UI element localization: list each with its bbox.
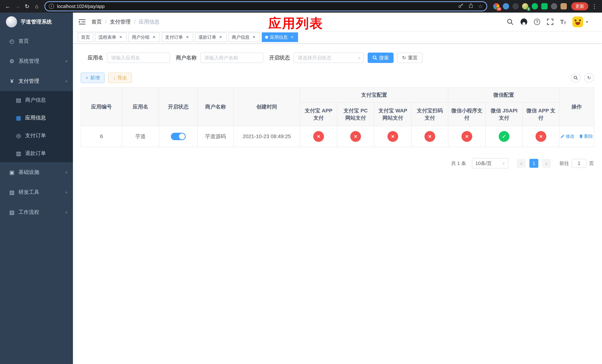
col-header-actions: 操作	[559, 87, 594, 126]
extension-chat-icon[interactable]	[541, 3, 548, 10]
sidebar-item-devtools[interactable]: ▧ 研发工具 ∨	[0, 182, 73, 202]
prev-page-button[interactable]: ‹	[517, 159, 526, 168]
screen: ← → ↻ ⌂ i localhost:1024/pay/app ☆ 10	[0, 0, 602, 364]
delete-link[interactable]: 删除	[579, 133, 593, 139]
back-icon[interactable]: ←	[3, 1, 13, 11]
bookmark-star-icon[interactable]: ☆	[478, 3, 483, 10]
github-icon[interactable]	[520, 18, 527, 26]
add-button[interactable]: + 新增	[81, 73, 105, 83]
address-bar[interactable]: i localhost:1024/pay/app ☆	[44, 1, 487, 11]
breadcrumb-home[interactable]: 首页	[91, 18, 102, 25]
browser-menu-icon[interactable]: ⋮	[590, 3, 599, 10]
tab-pay-order[interactable]: 支付订单×	[162, 32, 193, 42]
sidebar-item-pay-order[interactable]: ◎ 支付订单	[0, 127, 73, 144]
chevron-down-icon: ∨	[65, 190, 68, 194]
chevron-down-icon: ∨	[65, 210, 68, 214]
tab-label: 退款订单	[198, 34, 216, 40]
collapse-sidebar-icon[interactable]	[78, 18, 86, 26]
chevron-down-icon: ∨	[65, 170, 68, 174]
tab-home[interactable]: 首页	[78, 32, 93, 42]
tab-user-group[interactable]: 用户分组×	[129, 32, 160, 42]
caret-down-icon[interactable]: ▾	[586, 20, 588, 24]
goto-label: 前往	[559, 160, 569, 167]
page-size-select[interactable]: 10条/页 ∨	[472, 158, 508, 169]
sidebar-item-payment[interactable]: ¥ 支付管理 ∧	[0, 71, 73, 91]
refresh-table-button[interactable]: ↻	[584, 73, 594, 83]
status-select-placeholder: 请选择开启状态	[298, 55, 331, 61]
extension-pin-icon[interactable]	[551, 3, 557, 10]
sidebar-item-workflow[interactable]: ▨ 工作流程 ∨	[0, 202, 73, 222]
close-icon[interactable]: ×	[118, 35, 123, 40]
breadcrumb-payment[interactable]: 支付管理	[110, 18, 131, 25]
sidebar-item-refund-order[interactable]: ▥ 退款订单	[0, 144, 73, 162]
tab-process-form[interactable]: 流程表单×	[95, 32, 127, 42]
app-name-input[interactable]	[107, 53, 170, 63]
extension-monkey-icon[interactable]	[560, 3, 567, 10]
page-1-button[interactable]: 1	[529, 159, 538, 168]
col-header-alipay-wap: 支付宝 WAP 网站支付	[374, 102, 411, 126]
sidebar-item-system[interactable]: ⚙ 系统管理 ∨	[0, 51, 73, 71]
site-info-icon[interactable]: i	[49, 4, 54, 9]
fullscreen-icon[interactable]	[547, 18, 554, 26]
chrome-update-button[interactable]: 更新	[571, 2, 588, 10]
tab-merchant-info[interactable]: 商户信息×	[228, 32, 260, 42]
reload-icon[interactable]: ↻	[22, 1, 32, 11]
search-button[interactable]: 搜索	[368, 53, 394, 63]
browser-toolbar: ← → ↻ ⌂ i localhost:1024/pay/app ☆ 10	[0, 0, 602, 13]
col-header-name: 应用名	[122, 87, 159, 126]
sidebar-item-label: 退款订单	[25, 150, 46, 157]
extension-wechat-dev-icon[interactable]	[532, 3, 538, 10]
sidebar-item-home[interactable]: ◴ 首页	[0, 31, 73, 51]
avatar[interactable]	[572, 16, 583, 27]
breadcrumb-separator: /	[105, 19, 107, 25]
goto-page-input[interactable]	[572, 159, 586, 168]
col-header-wx-jsapi: 微信 JSAPI 支付	[485, 102, 523, 126]
url-text[interactable]: localhost:1024/pay/app	[57, 4, 458, 9]
font-size-icon[interactable]: TT	[560, 19, 566, 25]
group-header-alipay: 支付宝配置	[300, 87, 448, 102]
help-icon[interactable]: ?	[534, 19, 540, 25]
sidebar: 芋道管理系统 ◴ 首页 ⚙ 系统管理 ∨ ¥ 支付管理 ∧ ▤ 商户信息	[0, 13, 73, 364]
total-count: 共 1 条	[451, 160, 466, 167]
browser-home-icon[interactable]: ⌂	[32, 1, 42, 11]
refund-icon: ▥	[14, 150, 23, 157]
status-select[interactable]: 请选择开启状态 ∨	[294, 53, 364, 63]
page-content: 应用名 商户名称 开启状态 请选择开启状态 ∨ 搜索 ↻ 重	[73, 44, 602, 364]
extensions-row: 10 1	[493, 3, 567, 10]
merchant-name-input[interactable]	[200, 53, 263, 63]
extension-profile-icon[interactable]: 1	[522, 3, 528, 10]
alipay-pc-status-icon: ×	[350, 131, 361, 142]
sidebar-item-merchant-info[interactable]: ▤ 商户信息	[0, 91, 73, 109]
logo[interactable]: 芋道管理系统	[0, 13, 73, 31]
toolbox-icon: ▧	[7, 189, 16, 195]
breadcrumb-separator: /	[134, 19, 136, 25]
close-icon[interactable]: ×	[290, 35, 295, 40]
extension-drop-icon[interactable]	[503, 3, 509, 10]
close-icon[interactable]: ×	[185, 35, 190, 40]
reset-icon: ↻	[402, 55, 406, 61]
close-icon[interactable]: ×	[251, 35, 257, 40]
toggle-search-button[interactable]	[571, 73, 580, 83]
search-icon[interactable]	[506, 18, 514, 26]
close-icon[interactable]: ×	[218, 35, 223, 40]
export-button[interactable]: ↓ 导出	[108, 73, 132, 83]
enabled-switch[interactable]	[171, 133, 186, 140]
order-icon: ◎	[14, 132, 23, 139]
share-icon[interactable]	[468, 3, 474, 10]
next-page-button[interactable]: ›	[542, 159, 551, 168]
reset-button[interactable]: ↻ 重置	[397, 53, 422, 63]
tab-app-info[interactable]: 应用信息×	[262, 32, 298, 42]
sidebar-item-app-info[interactable]: ▦ 应用信息	[0, 109, 73, 127]
sidebar-item-label: 基础设施	[19, 169, 39, 176]
extension-apps-icon[interactable]: 10	[493, 3, 499, 10]
dashboard-icon: ◴	[7, 38, 16, 44]
search-button-label: 搜索	[379, 55, 389, 61]
sidebar-item-infra[interactable]: ▣ 基础设施 ∨	[0, 162, 73, 182]
forward-icon[interactable]: →	[13, 1, 22, 11]
extension-dark-icon[interactable]	[512, 3, 519, 10]
edit-link[interactable]: 修改	[560, 133, 574, 139]
tab-refund-order[interactable]: 退款订单×	[195, 32, 226, 42]
merchant-name-label: 商户名称	[176, 54, 197, 61]
close-icon[interactable]: ×	[151, 35, 157, 40]
password-key-icon[interactable]	[458, 3, 464, 10]
